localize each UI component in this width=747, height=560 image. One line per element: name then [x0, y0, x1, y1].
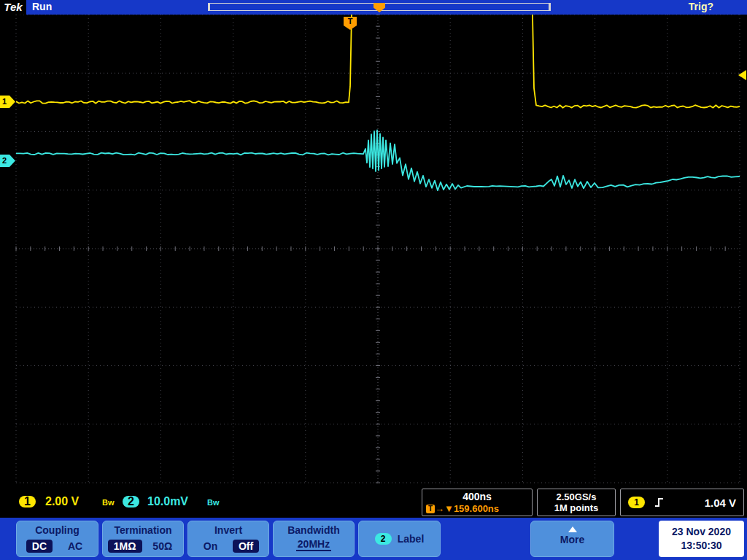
delay-arrows-icon: →▼ [435, 503, 454, 514]
horizontal-readout-box: 400ns T→▼159.600ns [422, 489, 533, 516]
trigger-position-icon [374, 3, 385, 12]
bandwidth-button[interactable]: Bandwidth 20MHz [273, 521, 355, 557]
trigger-delay-readout: T→▼159.600ns [422, 503, 532, 514]
ch1-scale-readout: 2.00 V [45, 495, 79, 508]
timebase-scale: 400ns [422, 491, 532, 502]
acquisition-status: Run [32, 1, 52, 12]
time-text: 13:50:30 [659, 539, 744, 553]
ch1-badge: 1 [19, 496, 36, 508]
trigger-delay-icon: T [426, 505, 435, 513]
bandwidth-value: 20MHz [296, 538, 331, 551]
ch2-ground-marker: 2 [0, 155, 15, 167]
date-text: 23 Nov 2020 [659, 525, 744, 539]
waveform-ch1 [16, 0, 740, 108]
oscilloscope-screen: Tek Run Trig? T 1 2 1 2.00 V Bw 2 10.0mV… [0, 0, 747, 560]
termination-button[interactable]: Termination 1MΩ 50Ω [102, 521, 184, 557]
termination-title: Termination [103, 524, 183, 536]
trigger-source-badge: 1 [628, 497, 645, 508]
softkey-menu-bar: Coupling DC AC Termination 1MΩ 50Ω Inver… [0, 518, 747, 560]
tek-logo: Tek [0, 0, 26, 15]
coupling-option-dc[interactable]: DC [26, 540, 53, 553]
record-length: 1M points [538, 502, 615, 513]
ch1-ground-marker: 1 [0, 96, 15, 108]
termination-option-1mohm[interactable]: 1MΩ [108, 540, 142, 553]
invert-option-off[interactable]: Off [233, 540, 259, 553]
datetime-display: 23 Nov 2020 13:50:30 [659, 521, 744, 557]
trigger-level-arrow-icon [738, 70, 746, 80]
label-title: Label [398, 533, 425, 545]
more-button[interactable]: More [530, 521, 614, 557]
trigger-readout-box: 1 1.04 V [620, 489, 744, 516]
ch1-bandwidth-icon: Bw [102, 498, 115, 507]
top-bar: Tek Run Trig? [0, 0, 747, 15]
acquisition-readout-box: 2.50GS/s 1M points [537, 489, 616, 516]
more-title: More [531, 534, 614, 545]
invert-option-on[interactable]: On [198, 540, 223, 553]
ch2-scale-readout: 10.0mV [147, 495, 188, 508]
trigger-level-readout: 1.04 V [705, 497, 736, 509]
ch2-badge: 2 [123, 496, 139, 508]
more-up-icon [568, 526, 577, 532]
trigger-point-icon: T [344, 17, 357, 30]
graticule-and-waveforms [0, 0, 747, 560]
bandwidth-title: Bandwidth [274, 524, 354, 536]
status-bar: 1 2.00 V Bw 2 10.0mV Bw 400ns T→▼159.600… [0, 487, 747, 518]
rising-edge-slope-icon [654, 497, 665, 508]
label-channel-badge: 2 [375, 533, 392, 545]
sample-rate: 2.50GS/s [538, 491, 615, 502]
invert-title: Invert [188, 524, 268, 536]
coupling-option-ac[interactable]: AC [62, 540, 88, 553]
trigger-delay-value: 159.600ns [454, 503, 499, 514]
invert-button[interactable]: Invert On Off [187, 521, 269, 557]
coupling-title: Coupling [17, 524, 98, 536]
label-button[interactable]: 2 Label [358, 521, 441, 557]
trigger-state-label: Trig? [689, 1, 713, 12]
coupling-button[interactable]: Coupling DC AC [16, 521, 98, 557]
waveform-ch2 [16, 131, 740, 191]
ch2-bandwidth-icon: Bw [207, 498, 220, 507]
termination-option-50ohm[interactable]: 50Ω [147, 540, 178, 553]
